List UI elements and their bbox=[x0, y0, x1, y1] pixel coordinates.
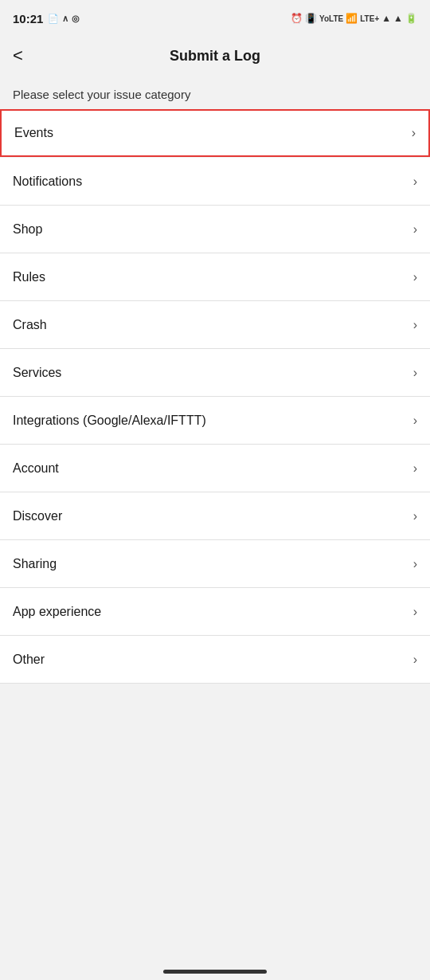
category-item-notifications[interactable]: Notifications› bbox=[0, 158, 430, 206]
chevron-icon-services: › bbox=[413, 366, 417, 380]
status-bar: 10:21 📄 ∧ ◎ ⏰ 📳 YoLTE 📶 LTE+ ▲ ▲ 🔋 bbox=[0, 0, 430, 35]
spacer bbox=[0, 818, 430, 953]
category-item-services[interactable]: Services› bbox=[0, 349, 430, 397]
category-label-shop: Shop bbox=[13, 222, 42, 237]
battery-icon: 🔋 bbox=[405, 13, 417, 24]
category-item-crash[interactable]: Crash› bbox=[0, 301, 430, 349]
category-label-discover: Discover bbox=[13, 509, 62, 523]
home-indicator bbox=[163, 970, 267, 974]
category-item-rules[interactable]: Rules› bbox=[0, 253, 430, 301]
category-item-app-experience[interactable]: App experience› bbox=[0, 588, 430, 636]
shazam-icon: ◎ bbox=[72, 14, 80, 24]
category-label-integrations: Integrations (Google/Alexa/IFTTT) bbox=[13, 414, 206, 428]
chevron-icon-account: › bbox=[413, 461, 417, 476]
category-label-notifications: Notifications bbox=[13, 174, 82, 189]
vibrate-icon: 📳 bbox=[305, 13, 317, 24]
category-label-app-experience: App experience bbox=[13, 605, 101, 619]
category-label-other: Other bbox=[13, 653, 45, 667]
chevron-icon-sharing: › bbox=[413, 557, 417, 571]
category-item-discover[interactable]: Discover› bbox=[0, 492, 430, 540]
issue-category-subtitle: Please select your issue category bbox=[0, 76, 430, 109]
category-item-integrations[interactable]: Integrations (Google/Alexa/IFTTT)› bbox=[0, 397, 430, 445]
header: < Submit a Log bbox=[0, 35, 430, 76]
back-button[interactable]: < bbox=[13, 47, 23, 65]
chevron-icon-events: › bbox=[412, 126, 416, 140]
category-label-rules: Rules bbox=[13, 270, 45, 284]
status-left: 10:21 📄 ∧ ◎ bbox=[13, 12, 80, 25]
category-item-shop[interactable]: Shop› bbox=[0, 206, 430, 253]
signal-icon: ▲ bbox=[381, 13, 391, 24]
chevron-icon-app-experience: › bbox=[413, 605, 417, 619]
category-item-account[interactable]: Account› bbox=[0, 445, 430, 492]
signal2-icon: ▲ bbox=[393, 13, 403, 24]
category-item-events[interactable]: Events› bbox=[0, 109, 430, 157]
file-icon: 📄 bbox=[48, 14, 59, 24]
chevron-icon-discover: › bbox=[413, 509, 417, 523]
wifi-icon: 📶 bbox=[346, 13, 358, 24]
status-icons-right: ⏰ 📳 YoLTE 📶 LTE+ ▲ ▲ 🔋 bbox=[291, 13, 417, 24]
lte-plus-icon: LTE+ bbox=[360, 14, 379, 23]
category-list: Events›Notifications›Shop›Rules›Crash›Se… bbox=[0, 109, 430, 818]
lte-icon: YoLTE bbox=[319, 14, 343, 23]
status-time: 10:21 bbox=[13, 12, 43, 25]
chevron-icon-notifications: › bbox=[413, 174, 417, 189]
chevron-icon-crash: › bbox=[413, 318, 417, 332]
category-label-events: Events bbox=[14, 126, 53, 140]
chevron-icon-rules: › bbox=[413, 270, 417, 284]
category-item-other[interactable]: Other› bbox=[0, 636, 430, 684]
chevron-icon-other: › bbox=[413, 653, 417, 667]
category-label-sharing: Sharing bbox=[13, 557, 57, 571]
status-icons-left: 📄 ∧ ◎ bbox=[48, 14, 80, 24]
category-label-account: Account bbox=[13, 461, 59, 476]
chevron-icon-shop: › bbox=[413, 222, 417, 237]
category-item-sharing[interactable]: Sharing› bbox=[0, 540, 430, 588]
category-label-services: Services bbox=[13, 366, 61, 380]
bottom-nav bbox=[0, 953, 430, 980]
up-icon: ∧ bbox=[62, 14, 68, 24]
alarm-icon: ⏰ bbox=[291, 13, 303, 24]
page-title: Submit a Log bbox=[170, 48, 260, 65]
category-label-crash: Crash bbox=[13, 318, 47, 332]
chevron-icon-integrations: › bbox=[413, 414, 417, 428]
